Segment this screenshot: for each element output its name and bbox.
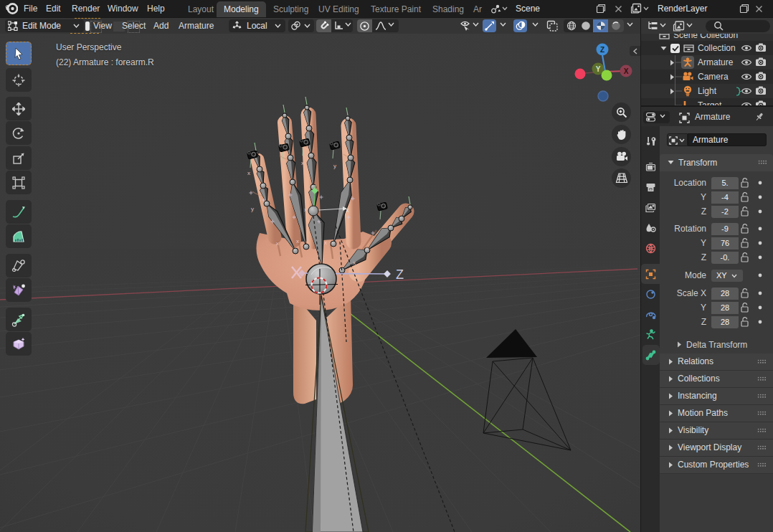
svg-text:x: x	[247, 170, 250, 176]
svg-text:x: x	[366, 245, 369, 252]
svg-text:Y: Y	[596, 65, 601, 73]
svg-text:Z: Z	[396, 267, 404, 282]
svg-text:x: x	[346, 206, 349, 214]
svg-text:y: y	[251, 206, 254, 212]
svg-text:x: x	[324, 239, 327, 246]
svg-text:x: x	[276, 240, 279, 247]
svg-text:x: x	[301, 160, 304, 166]
svg-text:x: x	[353, 260, 356, 266]
svg-text:x: x	[296, 238, 299, 244]
svg-text:Z: Z	[600, 46, 604, 54]
svg-text:x: x	[304, 206, 307, 213]
svg-text:y: y	[333, 163, 336, 169]
svg-text:X: X	[624, 67, 629, 75]
